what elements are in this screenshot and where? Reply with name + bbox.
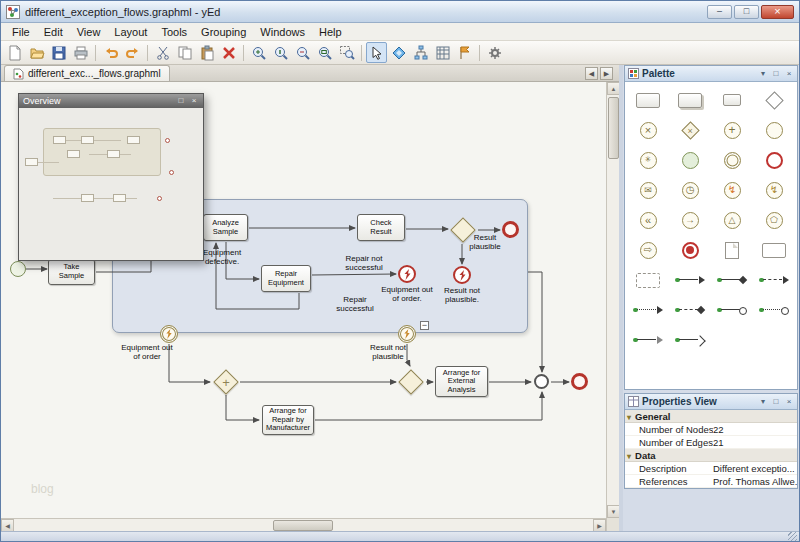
palette-item-plain-rect-node[interactable] (753, 235, 795, 265)
palette-item-event-terminate[interactable] (669, 235, 711, 265)
overview-maximize-icon[interactable] (176, 97, 186, 105)
overview-close-icon[interactable] (189, 97, 199, 105)
node-check-result[interactable]: Check Result (357, 214, 405, 241)
edit-mode-button[interactable] (366, 42, 387, 63)
grid-button[interactable] (432, 42, 453, 63)
error-event-result[interactable] (453, 266, 471, 284)
tab-document[interactable]: different_exc..._flows.graphml (4, 65, 170, 81)
cut-button[interactable] (152, 42, 173, 63)
edge[interactable] (226, 395, 259, 420)
palette-item-event-x[interactable] (627, 115, 669, 145)
maximize-icon[interactable] (734, 5, 759, 19)
palette-item-event-plus[interactable] (711, 115, 753, 145)
hierarchic-layout-button[interactable] (410, 42, 431, 63)
copy-button[interactable] (174, 42, 195, 63)
palette-pin-icon[interactable] (758, 70, 768, 78)
horizontal-scrollbar[interactable] (1, 518, 606, 531)
zoom-area-button[interactable] (336, 42, 357, 63)
end-event-final[interactable] (571, 373, 588, 390)
close-icon[interactable] (761, 5, 794, 19)
overview-title-bar[interactable]: Overview (19, 94, 203, 108)
palette-item-event-filled[interactable] (669, 145, 711, 175)
redo-button[interactable] (122, 42, 143, 63)
palette-item-event-plain[interactable] (753, 115, 795, 145)
node-repair-equipment[interactable]: Repair Equipment (261, 265, 311, 292)
menu-windows[interactable]: Windows (253, 25, 312, 39)
tab-scroll-left-icon[interactable] (585, 67, 598, 80)
node-take-sample[interactable]: Take Sample (48, 259, 95, 285)
resize-grip[interactable] (788, 532, 797, 541)
layout-button[interactable] (388, 42, 409, 63)
palette-item-event-rewind[interactable] (627, 205, 669, 235)
palette-float-icon[interactable] (771, 70, 781, 78)
settings-button[interactable] (484, 42, 505, 63)
vertical-scrollbar[interactable] (606, 82, 619, 518)
palette-item-edge-dotted[interactable] (627, 295, 669, 325)
palette-item-edge-dashed[interactable] (669, 295, 711, 325)
menu-help[interactable]: Help (312, 25, 349, 39)
node-arrange-external-analysis[interactable]: Arrange for External Analysis (435, 366, 488, 397)
menu-grouping[interactable]: Grouping (194, 25, 253, 39)
palette-item-event-star[interactable] (627, 145, 669, 175)
tab-scroll-right-icon[interactable] (600, 67, 613, 80)
bookmark-button[interactable] (454, 42, 475, 63)
properties-float-icon[interactable] (771, 398, 781, 406)
boundary-event-result[interactable] (398, 325, 416, 343)
print-button[interactable] (70, 42, 91, 63)
group-collapse-icon[interactable] (420, 321, 429, 330)
properties-section-data[interactable]: Data (625, 449, 797, 462)
palette-item-document-node[interactable] (711, 235, 753, 265)
palette-item-event-arrow[interactable] (627, 235, 669, 265)
error-event-equipment[interactable] (398, 265, 416, 283)
boundary-event-equipment[interactable] (160, 325, 178, 343)
minimize-icon[interactable] (707, 5, 732, 19)
undo-button[interactable] (100, 42, 121, 63)
delete-button[interactable] (218, 42, 239, 63)
menu-tools[interactable]: Tools (154, 25, 194, 39)
palette-item-event-link[interactable] (669, 205, 711, 235)
node-analyze-sample[interactable]: Analyze Sample (203, 214, 248, 241)
property-value[interactable]: Prof. Thomas Allwe... (713, 476, 797, 487)
palette-item-event-double-ring[interactable] (711, 145, 753, 175)
palette-item-event-red-ring[interactable] (753, 145, 795, 175)
properties-close-icon[interactable] (784, 398, 794, 406)
palette-item-event-pentagon[interactable] (753, 205, 795, 235)
palette-item-edge-diamond[interactable] (711, 265, 753, 295)
edge[interactable] (315, 392, 542, 420)
palette-item-edge-plain[interactable] (711, 295, 753, 325)
vertical-scroll-thumb[interactable] (608, 97, 619, 159)
menu-edit[interactable]: Edit (37, 25, 70, 39)
palette-title-bar[interactable]: Palette (625, 66, 797, 82)
save-button[interactable] (48, 42, 69, 63)
palette-item-event-compensation[interactable] (753, 175, 795, 205)
start-event[interactable] (10, 261, 26, 277)
paste-button[interactable] (196, 42, 217, 63)
palette-item-event-message[interactable] (627, 175, 669, 205)
menu-file[interactable]: File (5, 25, 37, 39)
overview-thumbnail[interactable] (19, 108, 203, 260)
properties-pin-icon[interactable] (758, 398, 768, 406)
zoom-in-button[interactable] (248, 42, 269, 63)
edge[interactable] (312, 274, 396, 275)
palette-item-edge-open[interactable] (627, 325, 669, 355)
palette-item-diamond-node[interactable] (753, 85, 795, 115)
node-arrange-repair-manufacturer[interactable]: Arrange for Repair by Manufacturer (262, 405, 314, 435)
fit-content-button[interactable] (314, 42, 335, 63)
zoom-out-button[interactable] (292, 42, 313, 63)
palette-item-edge-arrow[interactable] (753, 265, 795, 295)
menu-view[interactable]: View (70, 25, 108, 39)
palette-item-gateway-x[interactable] (669, 115, 711, 145)
new-button[interactable] (4, 42, 25, 63)
properties-section-general[interactable]: General (625, 410, 797, 423)
palette-item-edge-standard[interactable] (669, 265, 711, 295)
palette-item-rect-node[interactable] (627, 85, 669, 115)
palette-item-event-error[interactable] (711, 175, 753, 205)
zoom-original-button[interactable] (270, 42, 291, 63)
palette-item-edge-crowfoot[interactable] (669, 325, 711, 355)
horizontal-scroll-thumb[interactable] (273, 520, 333, 531)
palette-close-icon[interactable] (784, 70, 794, 78)
palette-item-rect-node-small[interactable] (711, 85, 753, 115)
palette-item-edge-circle[interactable] (753, 295, 795, 325)
palette-item-group-node[interactable] (627, 265, 669, 295)
palette-item-event-timer[interactable] (669, 175, 711, 205)
